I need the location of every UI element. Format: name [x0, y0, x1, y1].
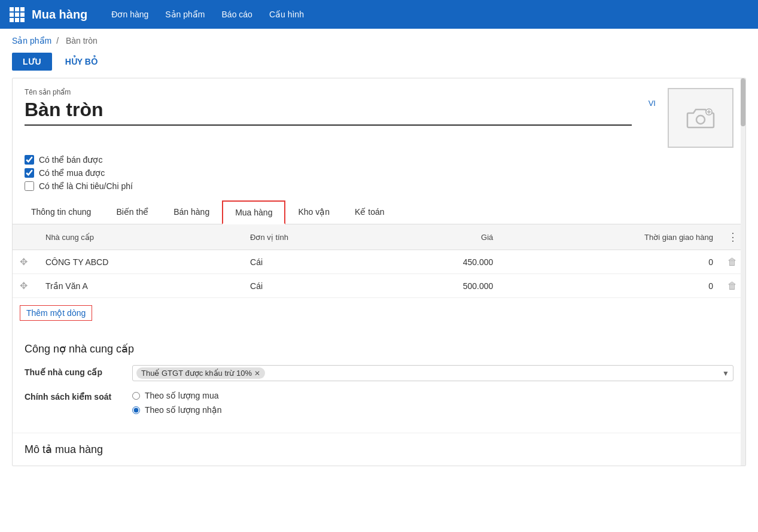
policy-radio-group: Theo số lượng mua Theo số lượng nhận — [132, 390, 733, 415]
tax-tag: Thuế GTGT được khấu trừ 10% ✕ — [136, 367, 265, 379]
product-name-label: Tên sản phẩm — [25, 88, 656, 96]
cong-no-title: Công nợ nhà cung cấp — [25, 342, 733, 355]
unit-1[interactable]: Cái — [243, 250, 382, 274]
price-1[interactable]: 450.000 — [382, 250, 500, 274]
action-bar: LƯU HỦY BỎ — [0, 50, 758, 78]
product-name-input-area: VI Bàn tròn — [25, 99, 656, 126]
tab-thong-tin-chung[interactable]: Thông tin chung — [19, 200, 103, 224]
dropdown-arrow-icon[interactable]: ▼ — [722, 369, 729, 378]
menu-item-don-hang[interactable]: Đơn hàng — [111, 10, 148, 19]
main-content-panel: Tên sản phẩm VI Bàn tròn Có thể bán được — [12, 78, 746, 466]
mo-ta-section: Mô tả mua hàng — [13, 433, 745, 466]
cancel-button[interactable]: HỦY BỎ — [59, 53, 103, 71]
mo-ta-title: Mô tả mua hàng — [25, 443, 733, 456]
menu-item-san-pham[interactable]: Sản phẩm — [165, 10, 205, 19]
tabs-bar: Thông tin chung Biến thể Bán hàng Mua hà… — [13, 200, 745, 224]
product-image-box[interactable] — [668, 88, 733, 148]
drag-handle-icon-1[interactable]: ✥ — [20, 257, 28, 267]
breadcrumb-current: Bàn tròn — [66, 36, 98, 45]
policy-value: Theo số lượng mua Theo số lượng nhận — [132, 390, 733, 415]
drag-handle-icon-2[interactable]: ✥ — [20, 281, 28, 291]
tax-value: Thuế GTGT được khấu trừ 10% ✕ ▼ — [132, 365, 733, 381]
tab-kho-van[interactable]: Kho vận — [285, 200, 342, 224]
radio-so-luong-mua[interactable] — [132, 392, 140, 400]
product-name-value[interactable]: Bàn tròn — [25, 99, 632, 126]
breadcrumb: Sản phẩm / Bàn tròn — [0, 29, 758, 50]
col-don-vi-tinh: Đơn vị tính — [243, 224, 382, 250]
product-info: Tên sản phẩm VI Bàn tròn — [25, 88, 656, 148]
delivery-1[interactable]: 0 — [500, 250, 720, 274]
price-2[interactable]: 500.000 — [382, 274, 500, 298]
tab-ban-hang[interactable]: Bán hàng — [161, 200, 222, 224]
table-more-options-icon[interactable]: ⋮ — [727, 231, 738, 243]
tab-ke-toan[interactable]: Kế toán — [342, 200, 397, 224]
menu-item-bao-cao[interactable]: Báo cáo — [222, 10, 252, 19]
grid-menu-icon[interactable] — [10, 7, 25, 22]
delivery-2[interactable]: 0 — [500, 274, 720, 298]
col-thoi-gian: Thời gian giao hàng — [500, 224, 720, 250]
policy-form-row: Chính sách kiểm soát Theo số lượng mua T… — [25, 390, 733, 415]
add-row-button[interactable]: Thêm một dòng — [20, 305, 92, 321]
radio-so-luong-mua-label: Theo số lượng mua — [145, 391, 219, 400]
checkbox-row-mua-duoc: Có thể mua được — [25, 168, 733, 178]
checkboxes-area: Có thể bán được Có thể mua được Có thể l… — [13, 148, 745, 191]
supplier-table-container: Nhà cung cấp Đơn vị tính Giá Thời gian g… — [13, 224, 745, 328]
col-gia: Giá — [382, 224, 500, 250]
tax-tag-close-icon[interactable]: ✕ — [254, 369, 260, 378]
tab-mua-hang[interactable]: Mua hàng — [222, 200, 285, 224]
menu-item-cau-hinh[interactable]: Cấu hình — [269, 10, 304, 19]
scrollbar-thumb[interactable] — [741, 78, 745, 126]
tax-tag-input[interactable]: Thuế GTGT được khấu trừ 10% ✕ ▼ — [132, 365, 733, 381]
checkbox-chi-tieu[interactable] — [25, 181, 34, 191]
table-row: ✥ CÔNG TY ABCD Cái 450.000 0 🗑 — [13, 250, 745, 274]
checkbox-row-ban-duoc: Có thể bán được — [25, 155, 733, 165]
tax-tag-text: Thuế GTGT được khấu trừ 10% — [141, 369, 252, 378]
policy-label: Chính sách kiểm soát — [25, 390, 132, 402]
radio-so-luong-nhan-label: Theo số lượng nhận — [145, 405, 222, 415]
camera-icon — [686, 106, 715, 130]
tax-label: Thuế nhà cung cấp — [25, 365, 132, 377]
language-indicator[interactable]: VI — [649, 99, 656, 108]
radio-so-luong-nhan[interactable] — [132, 406, 140, 414]
tab-bien-the[interactable]: Biến thể — [103, 200, 161, 224]
supplier-name-1[interactable]: CÔNG TY ABCD — [38, 250, 243, 274]
checkbox-mua-duoc-label: Có thể mua được — [39, 168, 105, 178]
breadcrumb-parent[interactable]: Sản phẩm — [12, 36, 51, 45]
supplier-name-2[interactable]: Trần Văn A — [38, 274, 243, 298]
delete-row-icon-1[interactable]: 🗑 — [727, 257, 737, 267]
radio-row-so-luong-nhan: Theo số lượng nhận — [132, 405, 733, 415]
radio-row-so-luong-mua: Theo số lượng mua — [132, 391, 733, 400]
top-menu: Đơn hàng Sản phẩm Báo cáo Cấu hình — [111, 10, 304, 19]
save-button[interactable]: LƯU — [12, 53, 52, 71]
app-title: Mua hàng — [32, 8, 87, 22]
checkbox-row-chi-tieu: Có thể là Chi tiêu/Chi phí — [25, 181, 733, 191]
scrollbar[interactable] — [741, 78, 745, 466]
svg-point-0 — [696, 115, 705, 124]
checkbox-ban-duoc-label: Có thể bán được — [39, 155, 102, 165]
checkbox-ban-duoc[interactable] — [25, 155, 34, 165]
delete-row-icon-2[interactable]: 🗑 — [727, 281, 737, 291]
col-nha-cung-cap: Nhà cung cấp — [38, 224, 243, 250]
top-navigation: Mua hàng Đơn hàng Sản phẩm Báo cáo Cấu h… — [0, 0, 758, 29]
checkbox-mua-duoc[interactable] — [25, 168, 34, 178]
table-row: ✥ Trần Văn A Cái 500.000 0 🗑 — [13, 274, 745, 298]
unit-2[interactable]: Cái — [243, 274, 382, 298]
supplier-table: Nhà cung cấp Đơn vị tính Giá Thời gian g… — [13, 224, 745, 298]
checkbox-chi-tieu-label: Có thể là Chi tiêu/Chi phí — [39, 181, 133, 191]
tax-form-row: Thuế nhà cung cấp Thuế GTGT được khấu tr… — [25, 365, 733, 381]
breadcrumb-separator: / — [56, 36, 59, 45]
cong-no-section: Công nợ nhà cung cấp Thuế nhà cung cấp T… — [13, 328, 745, 433]
product-header: Tên sản phẩm VI Bàn tròn — [13, 78, 745, 148]
